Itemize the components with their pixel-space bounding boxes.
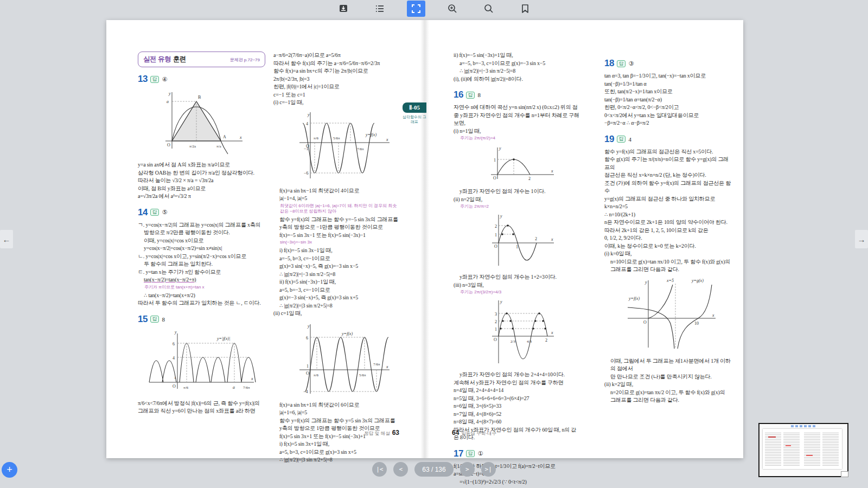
next-page-arrow[interactable]: → <box>855 230 868 248</box>
page-indicator[interactable]: 63 / 136 <box>414 462 453 477</box>
text-line: y좌표가 자연수인 점의 개수는 1이다. <box>454 188 581 196</box>
answer-value: ⑤ <box>162 209 167 216</box>
problem-heading: 16답8 <box>454 89 581 100</box>
text-line: 함수 g(x)의 주기는 π/(π/n)=n이므로 함수 y=g(x)의 그래프… <box>604 156 732 171</box>
left-page-column-1: 실전 유형훈련문제편 p.72~7913답④ ya BA Oπ/2a π/axy… <box>138 52 265 415</box>
svg-text:π/2a: π/2a <box>189 144 196 149</box>
text-line: n=5일 때, 3+6+6+6+6=3+(6×4)=27 <box>454 395 581 403</box>
svg-text:x: x <box>386 364 388 369</box>
text-line: (i) n=1일 때, <box>454 127 581 136</box>
prev-page-button[interactable]: < <box>393 462 408 477</box>
problem-number: 19 <box>604 134 614 145</box>
text-line: (ii) n=2일 때, <box>454 196 581 204</box>
svg-text:y: y <box>174 330 177 335</box>
search-icon <box>483 3 494 14</box>
bookmark-button[interactable] <box>516 1 534 17</box>
svg-text:B: B <box>198 95 201 100</box>
svg-text:3: 3 <box>495 312 497 317</box>
svg-text:2: 2 <box>545 338 547 343</box>
toc-button[interactable] <box>371 1 389 17</box>
text-line: ㄱ. y=cos|x−π/2|의 그래프는 y=cos|x|의 그래프를 x축의 <box>138 221 265 229</box>
problem-heading: 13답④ <box>138 74 265 85</box>
fig15-graph: y6 41 Oπ/6 a7/6π xy=|f(x)| <box>138 328 265 396</box>
zoom-in-icon <box>447 3 458 14</box>
svg-text:4: 4 <box>173 356 175 361</box>
wave1-graph: y4 π/65/6π7/6π −1−6 Ox y=f(x) <box>273 109 401 184</box>
text-line: 함수 y=f(x)의 그래프의 점근선은 직선 x=5이다. <box>604 148 732 156</box>
top-toolbar <box>0 0 868 17</box>
footer-page-number: 64 <box>452 429 459 436</box>
text-line: 0, 1/2, 2, 9/2이다. <box>604 234 732 242</box>
svg-text:O: O <box>167 143 170 147</box>
text-line: tan(−β)=1/3=1/tan α <box>604 80 732 88</box>
text-line: 만 만나므로 조건 (나)를 만족시키지 않는다. <box>604 373 732 381</box>
svg-text:y: y <box>500 299 502 304</box>
text-line: g(x)=−3 sin(−x)+5, 즉 g(x)=3 sin x+5 <box>273 294 401 302</box>
answer-value: ① <box>477 450 483 457</box>
text-line: 한편, |f(0)|=1에서 |c|=1이므로 <box>273 83 401 91</box>
text-line: 방향으로 π/2만큼 평행이동한 것이다. <box>138 229 265 237</box>
pagination-bar: |< < 63 / 136 > >| <box>0 462 868 477</box>
text-line: a=5, b=3, c=1이므로 g(x)=3 sin x+5 <box>273 448 401 457</box>
svg-text:2: 2 <box>535 236 537 241</box>
text-line: ∴ |g(π/2)|=|−3 sin π/2−5|=8 <box>273 271 401 279</box>
svg-text:1: 1 <box>494 158 496 163</box>
svg-text:y=f(x): y=f(x) <box>628 296 640 301</box>
svg-text:O: O <box>493 176 496 181</box>
svg-text:π/6: π/6 <box>314 373 318 377</box>
text-line: ii) f(x)=−5 sin(−3x)+1일 때, <box>454 52 581 60</box>
problem-number: 14 <box>138 207 148 218</box>
text-line: 삼각형 OAB는 한 변의 길이가 π/a인 정삼각형이다. <box>138 169 265 177</box>
prev-page-arrow[interactable]: ← <box>0 230 13 248</box>
svg-text:10: 10 <box>694 321 699 326</box>
svg-text:y: y <box>500 214 502 219</box>
text-line: 따라서 두 함수의 그래프가 일치하는 것은 ㄴ, ㄷ이다. <box>138 299 265 307</box>
first-page-button[interactable]: |< <box>372 462 387 477</box>
svg-text:O: O <box>643 320 647 325</box>
annotation-note: 주기는 2π/(π/2)=4 <box>460 136 581 141</box>
search-button[interactable] <box>480 1 498 17</box>
svg-text:A: A <box>223 134 226 139</box>
text-line: y좌표가 자연수인 점의 개수는 1+2=3이다. <box>454 273 581 281</box>
text-line: a=√3π/2a 에서 a²=√3/2 π <box>138 192 265 201</box>
text-line: (ii) c=1일 때, <box>273 310 401 318</box>
zoom-plus-fab[interactable]: + <box>2 462 17 478</box>
svg-text:1: 1 <box>174 376 176 380</box>
next-page-button[interactable]: > <box>460 462 475 477</box>
text-line: y=cos|x−π/2|=cos(x−π/2)=sin x≠sin|x| <box>138 245 265 253</box>
answer-badge: 답 <box>617 136 626 143</box>
fullscreen-button[interactable] <box>407 1 425 17</box>
text-line: n은 자연수이므로 2k+1은 10의 양의 약수이어야 한다. <box>604 219 732 227</box>
text-line: 이때, 그림에서 두 그래프는 제1사분면에서 1개 이하의 점에서 <box>604 357 732 373</box>
text-line: 그래프를 그리면 다음과 같다. <box>604 396 732 404</box>
svg-text:2: 2 <box>495 224 497 229</box>
fig13-graph: ya BA Oπ/2a π/ax <box>138 88 265 158</box>
svg-text:4: 4 <box>306 121 308 126</box>
svg-text:2: 2 <box>495 319 497 324</box>
svg-text:π/6: π/6 <box>183 386 188 390</box>
text-line: a−π/6=2(7/6π−a)이므로 a=5/6π <box>273 52 401 60</box>
section-title: 훈련 <box>173 55 186 64</box>
text-line: c=−1 또는 c=1 <box>273 91 401 99</box>
zoom-in-button[interactable] <box>443 1 462 17</box>
answer-badge: 답 <box>150 209 159 216</box>
download-button[interactable] <box>334 1 353 17</box>
svg-text:1: 1 <box>495 233 497 237</box>
text-line: i) f(x)=5 sin 3x+1일 때, <box>273 440 401 448</box>
text-line: a=−5, b=−3, c=1이므로 g(x)=−3 sin x−5 <box>454 60 581 68</box>
text-line: ㄷ. y=tan x는 주기가 π인 함수이므로 <box>138 268 265 277</box>
svg-text:a: a <box>233 385 235 390</box>
problem-heading: 14답⑤ <box>138 207 265 218</box>
svg-text:x: x <box>551 330 553 335</box>
annotation-note: 주기는 2π/(3/2π)=4/3 <box>460 290 581 295</box>
text-line: ∴ tan(x−π/2)=tan(x+π/2) <box>138 292 265 300</box>
text-line: ∴ |g(π/2)|=|3 sin π/2+5|=8 <box>273 302 401 310</box>
svg-text:y: y <box>307 112 310 117</box>
text-line: 계속해서 y좌표가 자연수인 점의 개수를 구하면 <box>454 379 581 387</box>
svg-text:7/6π: 7/6π <box>373 362 380 367</box>
text-line: 함수 y=f(x)의 그래프는 함수 y=5 sin 3x의 그래프를 <box>273 417 401 425</box>
thumbnail-resize-handle[interactable] <box>841 471 848 477</box>
last-page-button[interactable]: >| <box>481 462 496 477</box>
text-line: (ii) k=2일 때, <box>604 381 732 389</box>
preview-thumbnail[interactable] <box>758 423 848 477</box>
